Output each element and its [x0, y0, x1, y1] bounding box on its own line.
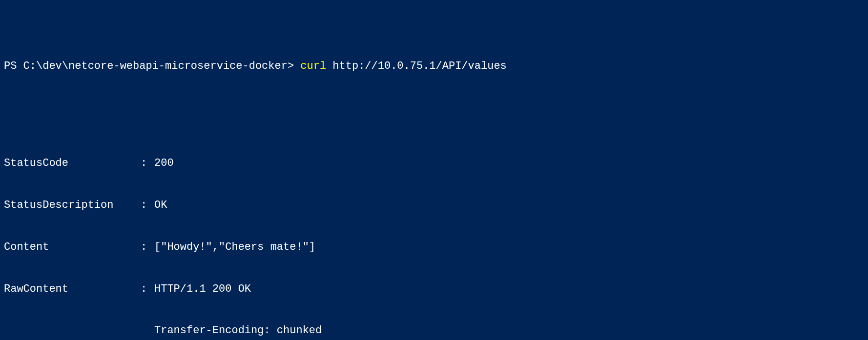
- key-content: Content: [4, 240, 141, 255]
- value-statusdescription: OK: [154, 199, 864, 213]
- separator: :: [141, 240, 154, 255]
- separator: :: [141, 199, 154, 213]
- separator: :: [141, 282, 154, 297]
- prompt-path: C:\dev\netcore-webapi-microservice-docke…: [23, 60, 288, 72]
- separator: :: [141, 157, 154, 171]
- output-row-statuscode: StatusCode: 200: [4, 157, 864, 171]
- value-content: ["Howdy!","Cheers mate!"]: [154, 240, 864, 255]
- key-statuscode: StatusCode: [4, 157, 141, 171]
- output-row-content: Content: ["Howdy!","Cheers mate!"]: [4, 240, 864, 255]
- prompt-prefix: PS: [4, 60, 23, 72]
- key-statusdescription: StatusDescription: [4, 199, 141, 213]
- output-row-rawcontent: RawContent: HTTP/1.1 200 OK: [4, 282, 864, 297]
- value-statuscode: 200: [154, 157, 864, 171]
- value-rawcontent-line2: Transfer-Encoding: chunked: [4, 324, 864, 338]
- command-argument: http://10.0.75.1/API/values: [326, 60, 507, 72]
- output-row-statusdescription: StatusDescription: OK: [4, 199, 864, 213]
- prompt-caret: >: [288, 60, 300, 72]
- value-rawcontent-line1: HTTP/1.1 200 OK: [154, 282, 864, 297]
- command-name: curl: [300, 60, 326, 72]
- blank-line: [4, 115, 864, 129]
- command-line[interactable]: PS C:\dev\netcore-webapi-microservice-do…: [4, 60, 864, 74]
- key-rawcontent: RawContent: [4, 282, 141, 297]
